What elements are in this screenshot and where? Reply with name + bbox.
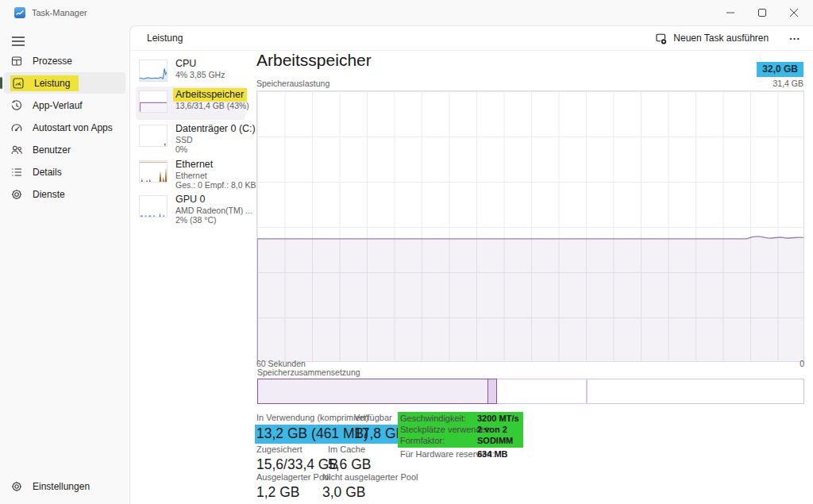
disk-mini-chart — [139, 125, 168, 147]
perf-item-cpu[interactable]: CPU 4% 3,85 GHz — [139, 58, 250, 82]
composition-segment-standby — [497, 379, 587, 404]
sidebar-item-autostart[interactable]: Autostart von Apps — [4, 117, 125, 138]
titlebar: Task-Manager — [0, 0, 813, 25]
stat-value: 15,6/33,4 GB — [256, 456, 328, 473]
close-button[interactable] — [778, 0, 810, 25]
perf-item-gpu[interactable]: GPU 0 AMD Radeon(TM) ... 2% (38 °C) — [139, 194, 250, 225]
composition-segment-modified — [488, 379, 497, 404]
settings-label: Einstellungen — [33, 481, 90, 492]
new-task-icon — [655, 33, 667, 44]
users-icon — [10, 144, 23, 156]
stats-row-1: In Verwendung (komprimiert) Verfügbar 13… — [256, 413, 409, 444]
yellow-highlight: Arbeitsspeicher — [173, 88, 247, 102]
cpu-mini-chart — [139, 60, 168, 82]
task-manager-app-icon — [14, 7, 25, 18]
stat-label: Verfügbar — [354, 413, 392, 422]
gear-icon — [10, 480, 23, 493]
perf-item-memory[interactable]: Arbeitsspeicher 13,6/31,4 GB (43%) — [139, 89, 250, 113]
usage-chart-label: Speicherauslastung — [256, 79, 329, 88]
detail-row: Geschwindigkeit: 3200 MT/s — [400, 413, 519, 424]
composition-segment-in-use — [257, 379, 488, 404]
performance-icon — [12, 77, 25, 90]
stat-label: Zugesichert — [256, 444, 328, 454]
hamburger-menu-icon[interactable] — [6, 30, 30, 52]
sidebar-item-benutzer[interactable]: Benutzer — [4, 139, 125, 160]
processes-icon — [10, 55, 23, 67]
stat-value: 1,2 GB — [256, 484, 322, 501]
window-title: Task-Manager — [32, 8, 87, 17]
stat-value: 5,6 GB — [328, 456, 371, 473]
stat-value: 13,2 GB (461 MB) — [256, 425, 354, 442]
stats-row-3: Ausgelagerter Pool Nicht ausgelagerter P… — [256, 472, 418, 501]
panel-header: Leistung Neuen Task ausführen ... — [130, 26, 813, 51]
sidebar-item-label: Prozesse — [33, 56, 72, 67]
stat-label: Nicht ausgelagerter Pool — [322, 472, 418, 482]
composition-segment-free — [587, 379, 804, 404]
page-title: Leistung — [147, 33, 183, 44]
stat-value: 3,0 GB — [322, 484, 365, 501]
history-icon — [10, 99, 23, 112]
sidebar-item-label: App-Verlauf — [33, 100, 83, 111]
detail-row: Steckplätze verwendet: 2 von 2 — [400, 424, 519, 435]
perf-item-ethernet[interactable]: Ethernet Ethernet Ges.: 0 Empf.: 8,0 KBi… — [139, 159, 250, 190]
memory-page-title: Arbeitsspeicher — [256, 51, 372, 70]
hardware-details: Geschwindigkeit: 3200 MT/s Steckplätze v… — [398, 412, 523, 460]
sidebar-item-details[interactable]: Details — [4, 161, 125, 183]
run-new-task-button[interactable]: Neuen Task ausführen — [649, 29, 775, 48]
maximize-button[interactable] — [746, 0, 778, 25]
sidebar-item-leistung[interactable]: Leistung — [4, 72, 125, 94]
minimize-button[interactable] — [715, 0, 746, 25]
main-panel: Leistung Neuen Task ausführen ... — [129, 25, 813, 504]
gpu-mini-chart — [139, 195, 168, 217]
detail-row: Formfaktor: SODIMM — [400, 435, 519, 446]
more-options-icon[interactable]: ... — [783, 29, 807, 48]
sidebar-item-einstellungen[interactable]: Einstellungen — [4, 475, 125, 497]
sidebar-item-prozesse[interactable]: Prozesse — [4, 50, 125, 71]
stat-label: Im Cache — [328, 444, 365, 454]
sidebar-item-label: Details — [33, 167, 62, 178]
stats-row-2: Zugesichert Im Cache 15,6/33,4 GB 5,6 GB — [256, 444, 371, 473]
sidebar-nav: Prozesse Leistung App-Verlauf — [0, 50, 129, 206]
services-icon — [10, 188, 23, 201]
selected-accent-pill — [0, 77, 2, 89]
stat-label: Ausgelagerter Pool — [256, 472, 322, 482]
chart-max-label: 31,4 GB — [773, 79, 803, 88]
memory-composition-bar — [257, 379, 804, 404]
composition-label: Speicherzusammensetzung — [257, 367, 360, 377]
sidebar-item-label: Benutzer — [33, 144, 71, 156]
memory-mini-chart — [139, 90, 168, 113]
ethernet-mini-chart — [139, 160, 168, 183]
details-icon — [10, 166, 23, 179]
green-highlight: Geschwindigkeit: 3200 MT/s Steckplätze v… — [398, 412, 523, 448]
stat-label: In Verwendung (komprimiert) — [256, 413, 354, 422]
sidebar-item-label: Leistung — [34, 78, 70, 89]
sidebar-item-app-verlauf[interactable]: App-Verlauf — [4, 94, 125, 116]
total-memory-badge: 32,0 GB — [757, 62, 803, 77]
sidebar: Prozesse Leistung App-Verlauf — [0, 25, 129, 504]
perf-item-disk[interactable]: Datenträger 0 (C:) SSD 0% — [139, 123, 250, 154]
sidebar-item-label: Autostart von Apps — [33, 122, 113, 133]
sidebar-item-label: Dienste — [33, 189, 65, 200]
startup-icon — [10, 121, 23, 134]
memory-usage-chart — [256, 90, 804, 362]
detail-row: Für Hardware reserviert: 634 MB — [398, 448, 523, 460]
sidebar-item-dienste[interactable]: Dienste — [4, 183, 125, 205]
cyan-highlight: 13,2 GB (461 MB) 17,8 GB — [255, 425, 409, 444]
time-zero-label: 0 — [800, 359, 804, 368]
yellow-highlight: Leistung — [10, 75, 79, 91]
